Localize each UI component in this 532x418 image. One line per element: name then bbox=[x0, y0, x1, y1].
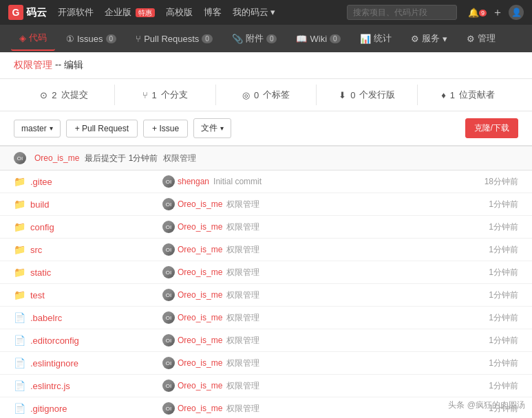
table-row: 📁 src OI Oreo_is_me 权限管理 1分钟前 bbox=[0, 239, 532, 261]
file-commit-user[interactable]: Oreo_is_me bbox=[178, 222, 222, 232]
nav-services[interactable]: ⚙ 服务 ▾ bbox=[403, 27, 456, 50]
file-button[interactable]: 文件 ▾ bbox=[193, 118, 231, 138]
file-commit-user[interactable]: Oreo_is_me bbox=[178, 404, 222, 413]
file-name[interactable]: src bbox=[30, 245, 154, 255]
search-input[interactable] bbox=[347, 5, 457, 20]
commit-time-prefix: 最后提交于 1分钟前 bbox=[85, 153, 158, 164]
file-name[interactable]: .gitee bbox=[30, 177, 154, 187]
file-time: 1分钟前 bbox=[489, 380, 518, 392]
table-row: 📄 .eslintrc.js OI Oreo_is_me 权限管理 1分钟前 bbox=[0, 375, 532, 397]
file-commit-user[interactable]: Oreo_is_me bbox=[178, 358, 222, 368]
nav-school[interactable]: 高校版 bbox=[166, 6, 193, 19]
file-commit-message: 权限管理 bbox=[226, 358, 489, 369]
plus-icon[interactable]: ＋ bbox=[492, 6, 503, 20]
file-commit-avatar: OI bbox=[162, 266, 175, 278]
file-icon: 📄 bbox=[14, 403, 26, 414]
nav-open-source[interactable]: 开源软件 bbox=[58, 6, 94, 19]
file-commit-user[interactable]: Oreo_is_me bbox=[178, 313, 222, 322]
file-commit-user[interactable]: Oreo_is_me bbox=[178, 199, 222, 209]
file-name[interactable]: test bbox=[30, 290, 154, 300]
nav-manage[interactable]: ⚙ 管理 bbox=[458, 27, 504, 50]
commits-label: 次提交 bbox=[61, 89, 88, 101]
file-name[interactable]: .eslintignore bbox=[30, 358, 154, 368]
notif-count: 9 bbox=[479, 10, 487, 16]
issues-icon: ① bbox=[66, 34, 74, 44]
file-commit-user[interactable]: Oreo_is_me bbox=[178, 381, 222, 390]
file-commit-avatar: OI bbox=[162, 289, 175, 301]
nav-issues[interactable]: ① Issues 0 bbox=[58, 28, 125, 50]
table-row: 📄 .eslintignore OI Oreo_is_me 权限管理 1分钟前 bbox=[0, 352, 532, 375]
file-rows: 📁 .gitee OI shengan Initial commit 18分钟前… bbox=[0, 170, 532, 418]
table-row: 📁 build OI Oreo_is_me 权限管理 1分钟前 bbox=[0, 193, 532, 216]
logo-text: 码云 bbox=[26, 6, 47, 19]
stat-branches[interactable]: ⑂ 1 个分支 bbox=[115, 85, 216, 105]
stat-contributors[interactable]: ♦ 1 位贡献者 bbox=[418, 85, 518, 105]
table-row: 📄 .babelrc OI Oreo_is_me 权限管理 1分钟前 bbox=[0, 307, 532, 329]
commit-avatar: OI bbox=[14, 152, 26, 164]
clone-download-button[interactable]: 克隆/下载 bbox=[465, 118, 518, 138]
stats-bar: ⊙ 2 次提交 ⑂ 1 个分支 ◎ 0 个标签 ⬇ 0 个发行版 ♦ 1 位贡献… bbox=[0, 79, 532, 111]
stat-commits[interactable]: ⊙ 2 次提交 bbox=[14, 85, 115, 105]
nav-pr[interactable]: ⑂ Pull Requests 0 bbox=[127, 28, 221, 50]
file-time: 1分钟前 bbox=[489, 289, 518, 301]
branch-selector[interactable]: master ▾ bbox=[14, 120, 61, 138]
site-logo[interactable]: G 码云 bbox=[8, 5, 47, 20]
file-commit-message: 权限管理 bbox=[226, 289, 489, 301]
nav-code[interactable]: ◈ 代码 bbox=[11, 26, 55, 51]
file-commit-avatar: OI bbox=[162, 357, 175, 369]
stat-tags[interactable]: ◎ 0 个标签 bbox=[216, 85, 317, 105]
file-time: 1分钟前 bbox=[489, 199, 518, 210]
user-avatar[interactable]: 👤 bbox=[509, 5, 524, 20]
file-name[interactable]: build bbox=[30, 199, 154, 210]
file-commit-avatar: OI bbox=[162, 402, 175, 415]
nav-wiki-label: Wiki bbox=[310, 34, 327, 44]
nav-stats[interactable]: 📊 统计 bbox=[352, 27, 400, 50]
nav-enterprise[interactable]: 企业版 特惠 bbox=[105, 6, 155, 19]
nav-stats-label: 统计 bbox=[374, 32, 392, 45]
file-commit-user[interactable]: Oreo_is_me bbox=[178, 290, 222, 300]
file-commit-user[interactable]: shengan bbox=[178, 177, 209, 186]
file-time: 1分钟前 bbox=[489, 358, 518, 369]
file-commit-user[interactable]: Oreo_is_me bbox=[178, 245, 222, 254]
file-commit-avatar: OI bbox=[162, 198, 175, 210]
table-row: 📁 static OI Oreo_is_me 权限管理 1分钟前 bbox=[0, 261, 532, 284]
file-commit-message: 权限管理 bbox=[226, 244, 489, 256]
nav-my[interactable]: 我的码云 ▾ bbox=[233, 6, 276, 19]
file-commit-message: 权限管理 bbox=[226, 199, 489, 210]
stat-releases[interactable]: ⬇ 0 个发行版 bbox=[317, 85, 418, 105]
breadcrumb-separator: -- bbox=[52, 59, 64, 70]
file-time: 1分钟前 bbox=[489, 335, 518, 346]
file-name[interactable]: .eslintrc.js bbox=[30, 381, 154, 391]
file-name[interactable]: .editorconfig bbox=[30, 336, 154, 346]
breadcrumb: 权限管理 -- 编辑 bbox=[14, 59, 518, 72]
nav-attach[interactable]: 📎 附件 0 bbox=[224, 27, 286, 50]
file-commit-avatar: OI bbox=[162, 334, 175, 346]
branch-chevron-icon: ▾ bbox=[50, 124, 53, 132]
issue-button[interactable]: + Issue bbox=[143, 120, 188, 138]
commit-username[interactable]: Oreo_is_me bbox=[34, 153, 79, 163]
file-name[interactable]: config bbox=[30, 222, 154, 232]
file-name[interactable]: .gitignore bbox=[30, 404, 154, 414]
nav-blog[interactable]: 博客 bbox=[204, 6, 222, 19]
file-commit-message: 权限管理 bbox=[226, 335, 489, 346]
pull-request-button[interactable]: + Pull Request bbox=[66, 120, 138, 138]
file-commit-avatar: OI bbox=[162, 380, 175, 392]
breadcrumb-current: 编辑 bbox=[64, 59, 83, 70]
file-commit-user[interactable]: Oreo_is_me bbox=[178, 267, 222, 277]
wiki-icon: 📖 bbox=[296, 34, 307, 44]
file-name[interactable]: .babelrc bbox=[30, 313, 154, 323]
file-time: 18分钟前 bbox=[485, 176, 518, 188]
stats-icon: 📊 bbox=[360, 34, 371, 44]
file-commit-user[interactable]: Oreo_is_me bbox=[178, 336, 222, 345]
tags-count: 0 bbox=[254, 90, 259, 100]
breadcrumb-link[interactable]: 权限管理 bbox=[14, 59, 52, 70]
contributors-label: 位贡献者 bbox=[459, 89, 495, 101]
page-header: 权限管理 -- 编辑 bbox=[0, 52, 532, 79]
pr-count: 0 bbox=[202, 34, 213, 43]
file-name[interactable]: static bbox=[30, 267, 154, 278]
file-commit-message: 权限管理 bbox=[226, 221, 489, 233]
notification-icon[interactable]: 🔔9 bbox=[468, 8, 487, 18]
tags-label: 个标签 bbox=[263, 89, 290, 101]
folder-icon: 📁 bbox=[14, 289, 26, 300]
nav-wiki[interactable]: 📖 Wiki 0 bbox=[288, 28, 348, 50]
